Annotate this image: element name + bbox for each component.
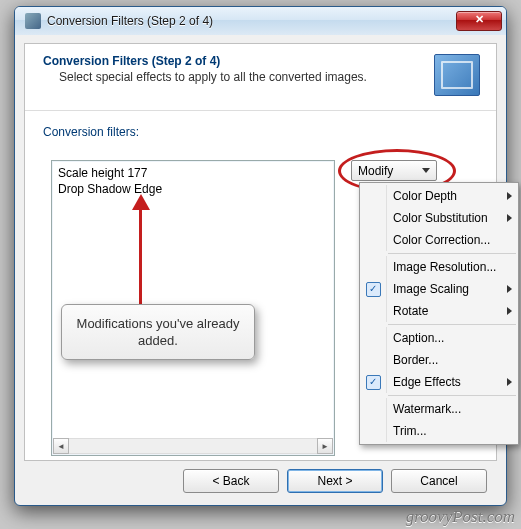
titlebar[interactable]: Conversion Filters (Step 2 of 4) ✕ xyxy=(15,7,506,35)
cancel-button[interactable]: Cancel xyxy=(391,469,487,493)
check-icon: ✓ xyxy=(366,375,381,390)
scroll-left-button[interactable]: ◄ xyxy=(53,438,69,454)
menu-edge-effects[interactable]: ✓Edge Effects xyxy=(360,371,518,393)
scroll-right-button[interactable]: ► xyxy=(317,438,333,454)
menu-border[interactable]: Border... xyxy=(360,349,518,371)
dialog-footer: < Back Next > Cancel xyxy=(24,465,497,497)
chevron-right-icon xyxy=(507,285,512,293)
menu-image-resolution[interactable]: Image Resolution... xyxy=(360,256,518,278)
menu-color-substitution[interactable]: Color Substitution xyxy=(360,207,518,229)
menu-separator xyxy=(388,253,516,254)
header-title: Conversion Filters (Step 2 of 4) xyxy=(43,54,424,68)
horizontal-scrollbar[interactable]: ◄ ► xyxy=(53,438,333,454)
header-filter-icon xyxy=(434,54,480,96)
annotation-callout: Modifications you've already added. xyxy=(61,304,255,360)
check-icon: ✓ xyxy=(366,282,381,297)
app-icon xyxy=(25,13,41,29)
modify-menu: Color Depth Color Substitution Color Cor… xyxy=(359,182,519,445)
menu-caption[interactable]: Caption... xyxy=(360,327,518,349)
chevron-right-icon xyxy=(507,192,512,200)
menu-image-scaling[interactable]: ✓Image Scaling xyxy=(360,278,518,300)
modify-dropdown-button[interactable]: Modify xyxy=(351,160,437,181)
menu-separator xyxy=(388,395,516,396)
header-subtitle: Select special effects to apply to all t… xyxy=(43,70,424,84)
close-button[interactable]: ✕ xyxy=(456,11,502,31)
menu-trim[interactable]: Trim... xyxy=(360,420,518,442)
filters-label: Conversion filters: xyxy=(43,125,478,139)
chevron-down-icon xyxy=(422,168,430,173)
filter-item[interactable]: Drop Shadow Edge xyxy=(58,181,328,197)
back-button[interactable]: < Back xyxy=(183,469,279,493)
menu-separator xyxy=(388,324,516,325)
dialog-header: Conversion Filters (Step 2 of 4) Select … xyxy=(25,44,496,111)
dialog-window: Conversion Filters (Step 2 of 4) ✕ Conve… xyxy=(14,6,507,506)
modify-label: Modify xyxy=(358,164,393,178)
image-watermark: groovyPost.com xyxy=(406,507,515,527)
filter-item[interactable]: Scale height 177 xyxy=(58,165,328,181)
chevron-right-icon xyxy=(507,307,512,315)
menu-watermark[interactable]: Watermark... xyxy=(360,398,518,420)
next-button[interactable]: Next > xyxy=(287,469,383,493)
window-title: Conversion Filters (Step 2 of 4) xyxy=(47,14,456,28)
chevron-right-icon xyxy=(507,378,512,386)
menu-color-depth[interactable]: Color Depth xyxy=(360,185,518,207)
menu-color-correction[interactable]: Color Correction... xyxy=(360,229,518,251)
menu-rotate[interactable]: Rotate xyxy=(360,300,518,322)
dialog-body: Conversion Filters (Step 2 of 4) Select … xyxy=(24,43,497,461)
chevron-right-icon xyxy=(507,214,512,222)
scroll-track[interactable] xyxy=(69,438,317,454)
